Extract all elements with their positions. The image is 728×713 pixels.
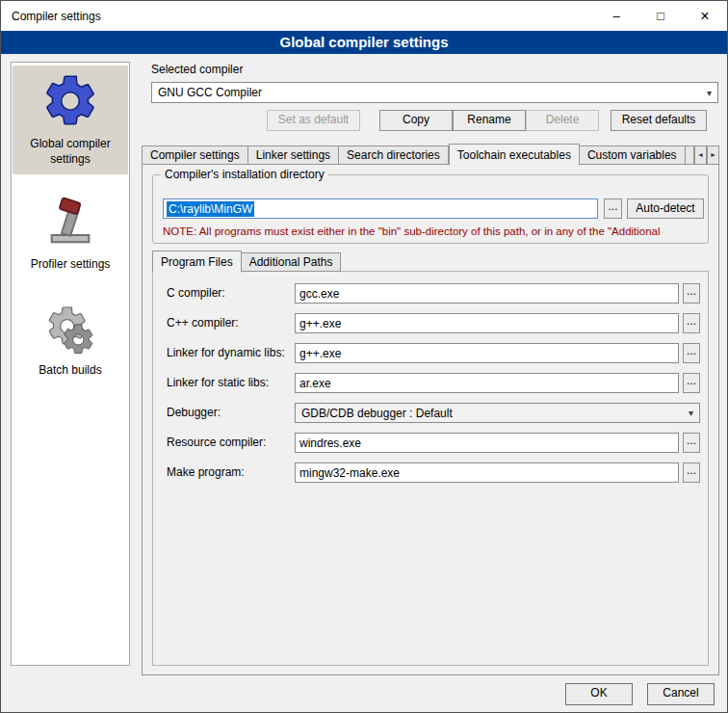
minimize-button[interactable]: – — [594, 1, 638, 31]
install-dir-selected-text: C:\raylib\MinGW — [167, 201, 254, 217]
maximize-button[interactable]: □ — [638, 1, 683, 31]
chevron-down-icon: ▾ — [689, 408, 693, 418]
selected-compiler-label: Selected compiler — [151, 63, 243, 76]
browse-button[interactable]: ... — [604, 198, 622, 219]
field-row-static-linker: Linker for static libs: ... — [167, 373, 702, 393]
field-row-dynamic-linker: Linker for dynamic libs: ... — [167, 343, 702, 363]
dynamic-linker-input[interactable] — [295, 343, 679, 363]
field-label: Linker for static libs: — [167, 376, 269, 389]
group-title: Compiler's installation directory — [161, 168, 328, 181]
field-label: C++ compiler: — [167, 316, 239, 330]
sidebar-item-profiler-settings[interactable]: Profiler settings — [13, 190, 128, 280]
browse-button[interactable]: ... — [683, 283, 700, 304]
subtab-additional-paths[interactable]: Additional Paths — [242, 252, 342, 272]
field-label: Debugger: — [167, 406, 221, 419]
field-label: Linker for dynamic libs: — [167, 346, 285, 359]
tab-linker-settings[interactable]: Linker settings — [248, 145, 339, 165]
sidebar-item-label: Batch builds — [39, 363, 101, 377]
rename-button[interactable]: Rename — [453, 110, 526, 131]
make-program-input[interactable] — [295, 462, 679, 483]
browse-button[interactable]: ... — [683, 313, 700, 333]
scroll-left-icon: ◄ — [697, 151, 704, 158]
tab-search-directories[interactable]: Search directories — [339, 145, 449, 165]
compiler-settings-window: Compiler settings – □ × Global compiler … — [0, 0, 728, 713]
sidebar: Global compiler settings Profiler settin… — [11, 62, 130, 666]
set-as-default-button: Set as default — [267, 110, 360, 131]
scroll-right-icon: ► — [710, 151, 716, 158]
field-row-cpp-compiler: C++ compiler: ... — [167, 313, 702, 333]
toolchain-executables-panel: Compiler's installation directory C:\ray… — [142, 164, 719, 675]
browse-button[interactable]: ... — [683, 373, 700, 393]
page-title: Global compiler settings — [1, 31, 727, 54]
cpp-compiler-input[interactable] — [295, 313, 679, 333]
sidebar-item-batch-builds[interactable]: Batch builds — [13, 296, 128, 386]
tab-compiler-settings[interactable]: Compiler settings — [142, 145, 248, 165]
installation-directory-group: Compiler's installation directory C:\ray… — [152, 174, 709, 244]
close-button[interactable]: × — [683, 1, 727, 31]
field-label: Resource compiler: — [167, 436, 266, 449]
static-linker-input[interactable] — [295, 373, 679, 393]
field-row-resource-compiler: Resource compiler: ... — [167, 433, 702, 453]
tab-build-options[interactable]: Buil — [686, 145, 694, 165]
sidebar-item-label: Profiler settings — [31, 257, 111, 271]
chevron-down-icon: ▾ — [707, 88, 712, 98]
cancel-button[interactable]: Cancel — [647, 683, 715, 705]
titlebar: Compiler settings – □ × — [1, 1, 727, 31]
debugger-select-value: GDB/CDB debugger : Default — [301, 407, 453, 420]
field-row-c-compiler: C compiler: ... — [167, 283, 702, 304]
c-compiler-input[interactable] — [295, 283, 679, 304]
install-dir-input[interactable]: C:\raylib\MinGW — [163, 198, 598, 219]
browse-button[interactable]: ... — [683, 433, 700, 453]
field-row-make-program: Make program: ... — [167, 462, 702, 483]
batch-builds-icon — [42, 302, 98, 357]
reset-defaults-button[interactable]: Reset defaults — [611, 110, 707, 131]
sidebar-item-label: Global compiler settings — [30, 137, 110, 166]
resource-compiler-input[interactable] — [295, 433, 679, 453]
sidebar-item-global-compiler-settings[interactable]: Global compiler settings — [13, 66, 128, 174]
subtab-strip: Program Files Additional Paths — [152, 250, 341, 272]
profiler-icon — [42, 196, 98, 251]
note-text: NOTE: All programs must exist either in … — [163, 225, 702, 237]
tab-toolchain-executables[interactable]: Toolchain executables — [449, 144, 580, 166]
tab-scroll-right-button[interactable]: ► — [707, 145, 719, 165]
field-label: Make program: — [167, 465, 245, 479]
delete-button: Delete — [526, 110, 599, 131]
window-title: Compiler settings — [1, 10, 101, 23]
gear-icon — [40, 71, 100, 131]
tab-strip: Compiler settings Linker settings Search… — [142, 143, 690, 165]
tab-scroll-left-button[interactable]: ◄ — [694, 145, 707, 165]
field-label: C compiler: — [167, 286, 225, 300]
ok-button[interactable]: OK — [565, 683, 633, 705]
autodetect-button[interactable]: Auto-detect — [627, 198, 704, 219]
debugger-select[interactable]: GDB/CDB debugger : Default ▾ — [295, 403, 700, 423]
subtab-program-files[interactable]: Program Files — [152, 251, 242, 273]
browse-button[interactable]: ... — [683, 462, 700, 483]
tab-custom-variables[interactable]: Custom variables — [580, 145, 686, 165]
compiler-combobox[interactable]: GNU GCC Compiler ▾ — [151, 82, 718, 103]
window-controls: – □ × — [594, 1, 727, 31]
compiler-combobox-value: GNU GCC Compiler — [158, 86, 262, 99]
program-files-panel: C compiler: ... C++ compiler: ... Linker… — [152, 271, 709, 666]
field-row-debugger: Debugger: GDB/CDB debugger : Default ▾ — [167, 403, 702, 423]
browse-button[interactable]: ... — [683, 343, 700, 363]
copy-button[interactable]: Copy — [379, 110, 453, 131]
